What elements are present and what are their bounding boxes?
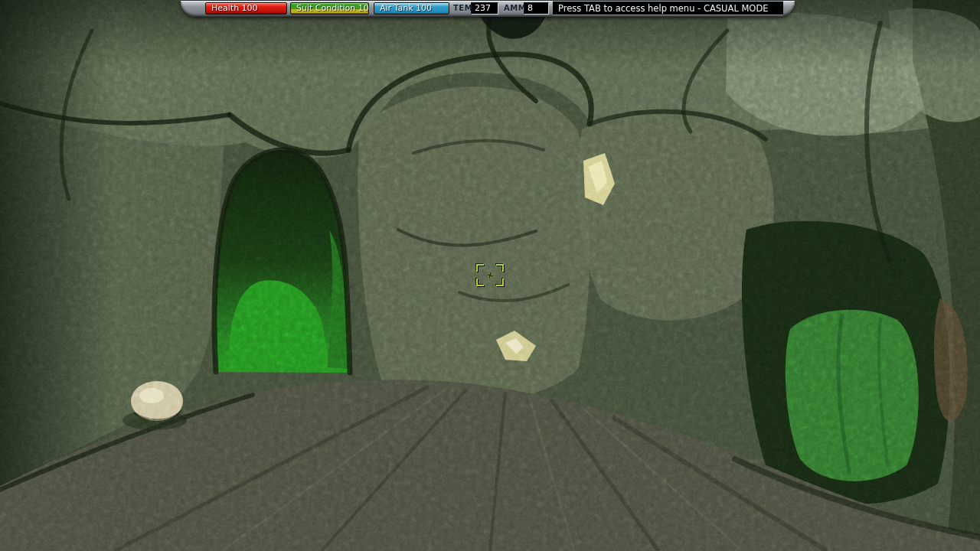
crosshair-center: + [485, 269, 495, 280]
crosshair-corner-bottom-left [476, 279, 484, 286]
crosshair-corner-top-left [476, 264, 484, 272]
game-viewport[interactable]: + Health 100 Suit Condition 100 Air Tank… [0, 0, 980, 551]
crosshair-corner-bottom-right [496, 279, 504, 286]
suit-condition-bar: Suit Condition 100 [290, 2, 369, 15]
crosshair: + [476, 264, 504, 286]
temp-value: 237 [475, 3, 491, 13]
health-bar-label: Health 100 [211, 3, 258, 13]
suit-condition-bar-label: Suit Condition 100 [296, 3, 369, 13]
ammo-value: 8 [528, 3, 533, 13]
health-bar: Health 100 [205, 2, 287, 15]
temp-readout: 237 [471, 2, 498, 15]
help-message-bar: Press TAB to access help menu - CASUAL M… [553, 1, 783, 15]
air-tank-bar-label: Air Tank 100 [380, 3, 432, 13]
crosshair-corner-top-right [496, 264, 504, 272]
help-message-text: Press TAB to access help menu - CASUAL M… [558, 3, 769, 14]
ammo-readout: 8 [524, 2, 549, 15]
air-tank-bar: Air Tank 100 [374, 2, 449, 15]
hud-bar: Health 100 Suit Condition 100 Air Tank 1… [0, 0, 980, 20]
